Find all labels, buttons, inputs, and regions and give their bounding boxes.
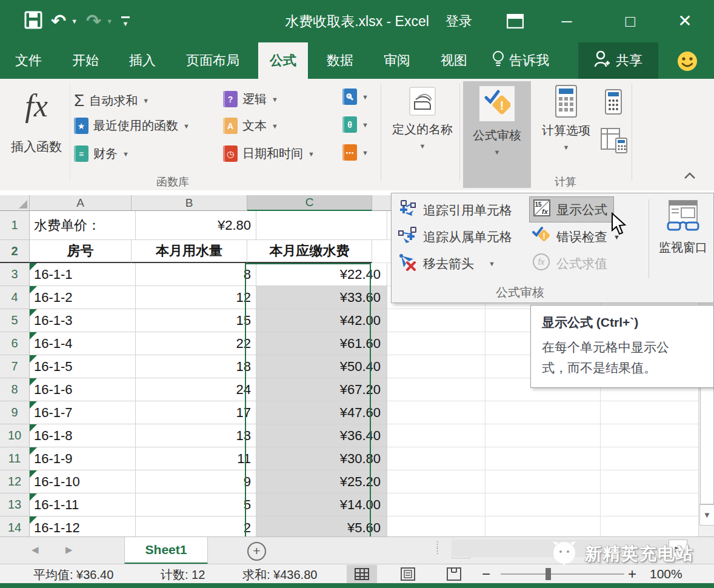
page-break-view-icon[interactable]: [439, 565, 469, 583]
cell-a[interactable]: 16-1-3: [30, 309, 136, 332]
cell-c[interactable]: ¥5.60: [256, 516, 387, 536]
cell-b[interactable]: 9: [136, 470, 256, 493]
row-header[interactable]: 4: [0, 286, 30, 309]
cell-filler[interactable]: [387, 447, 698, 470]
tabbar-splitter-icon[interactable]: ⋮⋮: [433, 541, 441, 554]
show-formulas-item[interactable]: 15fx 显示公式: [530, 197, 613, 222]
cell-a[interactable]: 16-1-8: [30, 424, 136, 447]
hscroll-right-icon[interactable]: ▶: [669, 540, 687, 558]
cell-c[interactable]: ¥61.60: [256, 332, 387, 355]
cell-c[interactable]: ¥25.20: [256, 470, 387, 493]
cell-a[interactable]: 16-1-12: [30, 516, 136, 536]
redo-dropdown-icon[interactable]: ▼: [106, 18, 113, 25]
cell-c[interactable]: ¥30.80: [256, 447, 387, 470]
recently-used-button[interactable]: ★ 最近使用的函数 ▼: [74, 118, 190, 134]
scroll-down-icon[interactable]: ▼: [699, 504, 714, 526]
new-sheet-icon[interactable]: +: [247, 542, 266, 561]
tab-home[interactable]: 开始: [61, 42, 110, 79]
cell-c[interactable]: ¥14.00: [256, 493, 387, 516]
watch-window-button[interactable]: 监视窗口: [653, 199, 713, 256]
cell-c[interactable]: ¥67.20: [256, 378, 387, 401]
cell-a[interactable]: 16-1-4: [30, 332, 136, 355]
cell-filler[interactable]: [387, 470, 698, 493]
tab-data[interactable]: 数据: [315, 42, 365, 79]
trace-precedents-item[interactable]: 追踪引用单元格: [398, 199, 512, 221]
cell-b[interactable]: 17: [136, 401, 256, 424]
row-header[interactable]: 13: [0, 493, 30, 516]
undo-dropdown-icon[interactable]: ▼: [71, 18, 78, 25]
cell-filler[interactable]: [387, 401, 698, 424]
next-sheet-icon[interactable]: ▶: [65, 544, 73, 555]
maximize-button[interactable]: □: [612, 0, 649, 42]
logical-button[interactable]: ? 逻辑 ▼: [223, 91, 278, 107]
select-all-corner[interactable]: [0, 195, 30, 211]
cell-c[interactable]: 本月应缴水费: [247, 240, 372, 263]
zoom-slider-thumb[interactable]: [546, 568, 551, 580]
row-header[interactable]: 2: [0, 240, 30, 263]
cell-filler[interactable]: [387, 424, 698, 447]
column-header-a[interactable]: A: [30, 195, 132, 211]
error-checking-item[interactable]: ! 错误检查 ▼: [532, 226, 620, 247]
row-header[interactable]: 10: [0, 424, 30, 447]
calculation-options-button[interactable]: 计算选项 ▼: [536, 84, 596, 151]
tab-insert[interactable]: 插入: [118, 42, 167, 79]
more-functions-button[interactable]: ⋯ ▼: [342, 144, 369, 161]
prev-sheet-icon[interactable]: ◀: [32, 544, 39, 555]
cell-b[interactable]: 11: [136, 447, 256, 470]
row-header[interactable]: 9: [0, 401, 30, 424]
tab-formulas[interactable]: 公式: [258, 42, 308, 79]
formula-auditing-button[interactable]: ! 公式审核 ▼: [463, 81, 531, 188]
remove-arrows-item[interactable]: 移去箭头 ▼: [398, 253, 495, 274]
cell-a[interactable]: 16-1-11: [30, 493, 136, 516]
cell-b[interactable]: 12: [136, 286, 256, 309]
tab-page-layout[interactable]: 页面布局: [175, 42, 251, 79]
sheet-tab-sheet1[interactable]: Sheet1: [124, 537, 208, 564]
column-header-b[interactable]: B: [132, 195, 247, 211]
customize-qat-icon[interactable]: ▼: [121, 16, 130, 27]
zoom-slider[interactable]: [501, 573, 624, 575]
cell-a[interactable]: 16-1-10: [30, 470, 136, 493]
column-header-c[interactable]: C: [247, 195, 372, 211]
row-header[interactable]: 8: [0, 378, 30, 401]
cell-b[interactable]: 18: [136, 355, 256, 378]
collapse-ribbon-icon[interactable]: [684, 171, 696, 182]
calculate-now-icon[interactable]: [603, 89, 624, 118]
share-button[interactable]: 共享: [578, 42, 658, 79]
cell-b[interactable]: ¥2.80: [136, 211, 256, 240]
zoom-percentage[interactable]: 100%: [650, 567, 682, 581]
row-header[interactable]: 3: [0, 263, 30, 286]
tab-view[interactable]: 视图: [429, 42, 479, 79]
cell-b[interactable]: 5: [136, 493, 256, 516]
row-header[interactable]: 7: [0, 355, 30, 378]
lookup-reference-button[interactable]: 🔍︎ ▼: [342, 89, 369, 105]
cell-b[interactable]: 2: [136, 516, 256, 536]
cell-a[interactable]: 16-1-2: [30, 286, 136, 309]
row-header[interactable]: 12: [0, 470, 30, 493]
cell-a[interactable]: 16-1-6: [30, 378, 136, 401]
page-layout-view-icon[interactable]: [393, 565, 423, 583]
row-header[interactable]: 5: [0, 309, 30, 332]
cell-c[interactable]: ¥33.60: [256, 286, 387, 309]
cell-c[interactable]: ¥50.40: [256, 355, 387, 378]
cell-filler[interactable]: [387, 516, 698, 536]
cell-b[interactable]: 24: [136, 378, 256, 401]
cell-b[interactable]: 13: [136, 424, 256, 447]
normal-view-icon[interactable]: [347, 565, 377, 583]
cell-c[interactable]: ¥36.40: [256, 424, 387, 447]
cell-a[interactable]: 16-1-5: [30, 355, 136, 378]
trace-dependents-item[interactable]: 追踪从属单元格: [398, 226, 512, 247]
cell-a[interactable]: 房号: [30, 240, 132, 263]
undo-icon[interactable]: ↶: [51, 0, 66, 42]
tab-file[interactable]: 文件: [4, 42, 53, 79]
autosum-button[interactable]: Σ 自动求和 ▼: [74, 91, 149, 110]
row-header[interactable]: 11: [0, 447, 30, 470]
vertical-scrollbar-thumb[interactable]: [700, 369, 714, 504]
zoom-out-icon[interactable]: −: [482, 566, 490, 583]
date-time-button[interactable]: ◷ 日期和时间 ▼: [223, 145, 315, 162]
cell-c[interactable]: ¥42.00: [256, 309, 387, 332]
cell-c[interactable]: [256, 211, 387, 240]
financial-button[interactable]: ≡ 财务 ▼: [74, 145, 129, 162]
redo-icon[interactable]: ↷: [86, 0, 101, 42]
cell-a[interactable]: 16-1-9: [30, 447, 136, 470]
calculate-sheet-icon[interactable]: [600, 126, 629, 158]
